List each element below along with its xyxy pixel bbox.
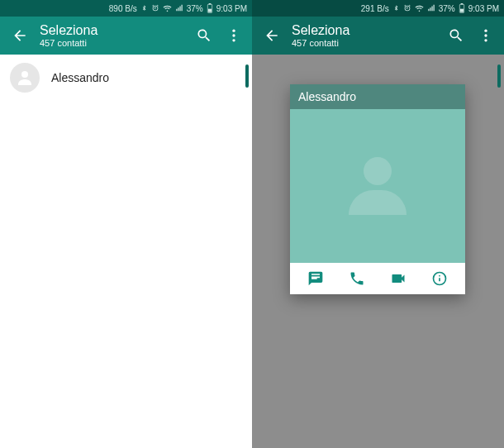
app-bar: Seleziona 457 contatti — [252, 17, 504, 55]
back-button[interactable] — [7, 22, 33, 49]
signal-icon — [427, 4, 435, 12]
bluetooth-icon — [140, 4, 148, 12]
card-name[interactable]: Alessandro — [290, 84, 465, 109]
battery-text: 37% — [439, 4, 455, 13]
contact-preview-card: Alessandro — [290, 84, 465, 294]
scroll-indicator[interactable] — [497, 64, 501, 88]
appbar-subtitle: 457 contatti — [292, 38, 441, 49]
video-call-button[interactable] — [387, 267, 410, 290]
back-button[interactable] — [259, 22, 285, 49]
svg-rect-9 — [460, 9, 464, 12]
card-avatar[interactable] — [290, 109, 465, 263]
time-text: 9:03 PM — [468, 4, 499, 13]
svg-point-10 — [484, 30, 487, 32]
svg-rect-1 — [208, 3, 211, 4]
appbar-titles: Seleziona 457 contatti — [33, 23, 189, 49]
avatar — [10, 63, 40, 93]
time-text: 9:03 PM — [216, 4, 247, 13]
signal-icon — [175, 4, 183, 12]
scroll-indicator[interactable] — [245, 64, 249, 88]
call-button[interactable] — [345, 267, 368, 290]
search-button[interactable] — [441, 21, 471, 50]
screenshot-right: 291 B/s 37% 9:03 PM Seleziona 457 contat… — [252, 0, 504, 448]
contact-row[interactable]: Alessandro — [0, 55, 252, 101]
battery-icon — [207, 3, 213, 13]
app-bar: Seleziona 457 contatti — [0, 17, 252, 55]
contact-name: Alessandro — [51, 71, 109, 84]
card-actions — [290, 263, 465, 294]
svg-point-15 — [439, 275, 440, 277]
battery-icon — [459, 3, 465, 13]
wifi-icon — [415, 4, 424, 12]
svg-point-3 — [232, 30, 235, 32]
person-icon — [349, 157, 407, 215]
svg-point-5 — [232, 39, 235, 41]
status-bar: 291 B/s 37% 9:03 PM — [252, 0, 504, 17]
info-button[interactable] — [428, 267, 451, 290]
more-button[interactable] — [471, 21, 501, 50]
appbar-titles: Seleziona 457 contatti — [285, 23, 441, 49]
svg-rect-2 — [208, 9, 212, 12]
alarm-icon — [151, 4, 159, 12]
bandwidth-text: 291 B/s — [361, 4, 389, 13]
status-bar: 890 B/s 37% 9:03 PM — [0, 0, 252, 17]
appbar-subtitle: 457 contatti — [40, 38, 189, 49]
contact-list[interactable]: Alessandro — [0, 55, 252, 448]
appbar-title: Seleziona — [292, 23, 441, 38]
wifi-icon — [163, 4, 172, 12]
screenshot-left: 890 B/s 37% 9:03 PM Seleziona 457 contat… — [0, 0, 252, 448]
svg-point-11 — [484, 34, 487, 36]
svg-point-4 — [232, 34, 235, 36]
more-button[interactable] — [219, 21, 249, 50]
svg-point-6 — [21, 71, 28, 78]
search-button[interactable] — [189, 21, 219, 50]
svg-rect-8 — [460, 3, 463, 4]
svg-point-12 — [484, 39, 487, 41]
bandwidth-text: 890 B/s — [109, 4, 137, 13]
appbar-title: Seleziona — [40, 23, 189, 38]
alarm-icon — [403, 4, 411, 12]
battery-text: 37% — [187, 4, 203, 13]
bluetooth-icon — [392, 4, 400, 12]
message-button[interactable] — [304, 267, 327, 290]
